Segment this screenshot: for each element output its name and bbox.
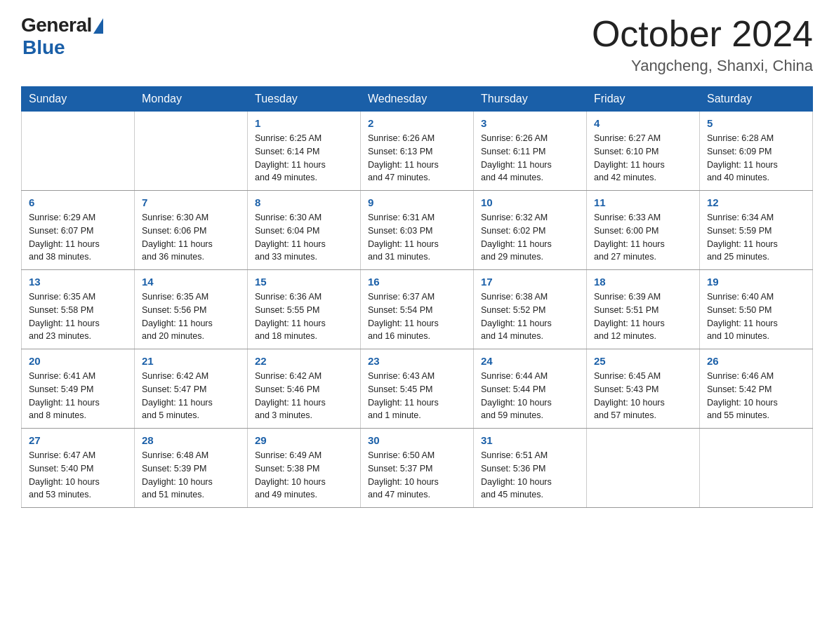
calendar-cell: 21Sunrise: 6:42 AM Sunset: 5:47 PM Dayli… (135, 349, 248, 429)
calendar-header-thursday: Thursday (474, 87, 587, 112)
day-info: Sunrise: 6:42 AM Sunset: 5:46 PM Dayligh… (255, 370, 353, 422)
logo-triangle-icon (93, 18, 103, 34)
calendar-week-row: 20Sunrise: 6:41 AM Sunset: 5:49 PM Dayli… (22, 349, 813, 429)
calendar-cell: 12Sunrise: 6:34 AM Sunset: 5:59 PM Dayli… (700, 191, 813, 270)
calendar-cell (700, 429, 813, 508)
calendar-header-row: SundayMondayTuesdayWednesdayThursdayFrid… (22, 87, 813, 112)
day-number: 9 (368, 196, 466, 208)
logo-blue-text: Blue (22, 36, 65, 59)
day-info: Sunrise: 6:32 AM Sunset: 6:02 PM Dayligh… (481, 211, 579, 264)
calendar-header-friday: Friday (587, 87, 700, 112)
day-info: Sunrise: 6:50 AM Sunset: 5:37 PM Dayligh… (368, 449, 466, 502)
calendar-table: SundayMondayTuesdayWednesdayThursdayFrid… (21, 86, 813, 508)
calendar-cell: 5Sunrise: 6:28 AM Sunset: 6:09 PM Daylig… (700, 112, 813, 191)
calendar-cell: 16Sunrise: 6:37 AM Sunset: 5:54 PM Dayli… (361, 270, 474, 349)
day-number: 29 (255, 434, 353, 446)
calendar-cell: 20Sunrise: 6:41 AM Sunset: 5:49 PM Dayli… (22, 349, 135, 429)
day-info: Sunrise: 6:37 AM Sunset: 5:54 PM Dayligh… (368, 290, 466, 343)
day-info: Sunrise: 6:30 AM Sunset: 6:06 PM Dayligh… (142, 211, 240, 264)
day-info: Sunrise: 6:30 AM Sunset: 6:04 PM Dayligh… (255, 211, 353, 264)
calendar-cell: 19Sunrise: 6:40 AM Sunset: 5:50 PM Dayli… (700, 270, 813, 349)
day-info: Sunrise: 6:34 AM Sunset: 5:59 PM Dayligh… (707, 211, 805, 264)
day-info: Sunrise: 6:28 AM Sunset: 6:09 PM Dayligh… (707, 132, 805, 185)
day-info: Sunrise: 6:33 AM Sunset: 6:00 PM Dayligh… (594, 211, 692, 264)
calendar-cell: 27Sunrise: 6:47 AM Sunset: 5:40 PM Dayli… (22, 429, 135, 508)
calendar-header-tuesday: Tuesday (248, 87, 361, 112)
day-number: 14 (142, 276, 240, 288)
day-number: 7 (142, 196, 240, 208)
day-number: 26 (707, 355, 805, 367)
day-info: Sunrise: 6:25 AM Sunset: 6:14 PM Dayligh… (255, 132, 353, 185)
calendar-cell: 26Sunrise: 6:46 AM Sunset: 5:42 PM Dayli… (700, 349, 813, 429)
day-number: 19 (707, 276, 805, 288)
day-info: Sunrise: 6:48 AM Sunset: 5:39 PM Dayligh… (142, 449, 240, 502)
day-number: 3 (481, 117, 579, 129)
day-info: Sunrise: 6:26 AM Sunset: 6:13 PM Dayligh… (368, 132, 466, 185)
day-number: 28 (142, 434, 240, 446)
calendar-cell: 14Sunrise: 6:35 AM Sunset: 5:56 PM Dayli… (135, 270, 248, 349)
calendar-cell: 31Sunrise: 6:51 AM Sunset: 5:36 PM Dayli… (474, 429, 587, 508)
day-number: 10 (481, 196, 579, 208)
calendar-header-saturday: Saturday (700, 87, 813, 112)
title-block: October 2024 Yangcheng, Shanxi, China (592, 14, 813, 75)
logo-general-text: General (21, 14, 92, 36)
day-info: Sunrise: 6:45 AM Sunset: 5:43 PM Dayligh… (594, 370, 692, 422)
day-info: Sunrise: 6:46 AM Sunset: 5:42 PM Dayligh… (707, 370, 805, 422)
day-info: Sunrise: 6:35 AM Sunset: 5:56 PM Dayligh… (142, 290, 240, 343)
day-info: Sunrise: 6:38 AM Sunset: 5:52 PM Dayligh… (481, 290, 579, 343)
location-title: Yangcheng, Shanxi, China (592, 57, 813, 75)
calendar-cell: 4Sunrise: 6:27 AM Sunset: 6:10 PM Daylig… (587, 112, 700, 191)
day-number: 25 (594, 355, 692, 367)
day-number: 23 (368, 355, 466, 367)
day-number: 16 (368, 276, 466, 288)
calendar-week-row: 1Sunrise: 6:25 AM Sunset: 6:14 PM Daylig… (22, 112, 813, 191)
calendar-header-wednesday: Wednesday (361, 87, 474, 112)
calendar-cell: 23Sunrise: 6:43 AM Sunset: 5:45 PM Dayli… (361, 349, 474, 429)
day-info: Sunrise: 6:35 AM Sunset: 5:58 PM Dayligh… (29, 290, 127, 343)
day-number: 24 (481, 355, 579, 367)
day-number: 12 (707, 196, 805, 208)
calendar-cell: 18Sunrise: 6:39 AM Sunset: 5:51 PM Dayli… (587, 270, 700, 349)
calendar-cell: 15Sunrise: 6:36 AM Sunset: 5:55 PM Dayli… (248, 270, 361, 349)
calendar-header-sunday: Sunday (22, 87, 135, 112)
day-number: 11 (594, 196, 692, 208)
day-info: Sunrise: 6:42 AM Sunset: 5:47 PM Dayligh… (142, 370, 240, 422)
day-info: Sunrise: 6:47 AM Sunset: 5:40 PM Dayligh… (29, 449, 127, 502)
calendar-cell: 9Sunrise: 6:31 AM Sunset: 6:03 PM Daylig… (361, 191, 474, 270)
day-number: 13 (29, 276, 127, 288)
day-number: 27 (29, 434, 127, 446)
calendar-cell (587, 429, 700, 508)
calendar-cell: 28Sunrise: 6:48 AM Sunset: 5:39 PM Dayli… (135, 429, 248, 508)
day-number: 20 (29, 355, 127, 367)
calendar-cell: 30Sunrise: 6:50 AM Sunset: 5:37 PM Dayli… (361, 429, 474, 508)
day-number: 21 (142, 355, 240, 367)
day-number: 15 (255, 276, 353, 288)
day-number: 4 (594, 117, 692, 129)
calendar-cell: 13Sunrise: 6:35 AM Sunset: 5:58 PM Dayli… (22, 270, 135, 349)
day-info: Sunrise: 6:31 AM Sunset: 6:03 PM Dayligh… (368, 211, 466, 264)
calendar-cell: 2Sunrise: 6:26 AM Sunset: 6:13 PM Daylig… (361, 112, 474, 191)
calendar-cell: 6Sunrise: 6:29 AM Sunset: 6:07 PM Daylig… (22, 191, 135, 270)
calendar-cell: 7Sunrise: 6:30 AM Sunset: 6:06 PM Daylig… (135, 191, 248, 270)
calendar-week-row: 27Sunrise: 6:47 AM Sunset: 5:40 PM Dayli… (22, 429, 813, 508)
day-number: 31 (481, 434, 579, 446)
day-info: Sunrise: 6:41 AM Sunset: 5:49 PM Dayligh… (29, 370, 127, 422)
calendar-cell: 3Sunrise: 6:26 AM Sunset: 6:11 PM Daylig… (474, 112, 587, 191)
day-number: 30 (368, 434, 466, 446)
day-info: Sunrise: 6:40 AM Sunset: 5:50 PM Dayligh… (707, 290, 805, 343)
calendar-cell: 17Sunrise: 6:38 AM Sunset: 5:52 PM Dayli… (474, 270, 587, 349)
day-number: 8 (255, 196, 353, 208)
calendar-cell: 25Sunrise: 6:45 AM Sunset: 5:43 PM Dayli… (587, 349, 700, 429)
logo: General Blue (21, 14, 103, 59)
day-number: 22 (255, 355, 353, 367)
calendar-week-row: 6Sunrise: 6:29 AM Sunset: 6:07 PM Daylig… (22, 191, 813, 270)
day-info: Sunrise: 6:29 AM Sunset: 6:07 PM Dayligh… (29, 211, 127, 264)
calendar-cell: 10Sunrise: 6:32 AM Sunset: 6:02 PM Dayli… (474, 191, 587, 270)
day-number: 18 (594, 276, 692, 288)
calendar-cell: 11Sunrise: 6:33 AM Sunset: 6:00 PM Dayli… (587, 191, 700, 270)
calendar-cell: 22Sunrise: 6:42 AM Sunset: 5:46 PM Dayli… (248, 349, 361, 429)
day-number: 17 (481, 276, 579, 288)
page-header: General Blue October 2024 Yangcheng, Sha… (21, 14, 813, 75)
day-number: 6 (29, 196, 127, 208)
day-info: Sunrise: 6:27 AM Sunset: 6:10 PM Dayligh… (594, 132, 692, 185)
